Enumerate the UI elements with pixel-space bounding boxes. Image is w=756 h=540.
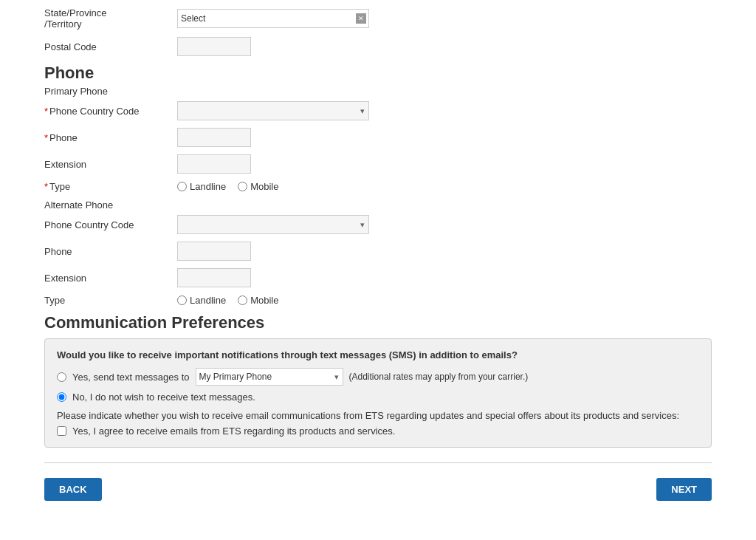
alt-mobile-text: Mobile xyxy=(250,295,278,306)
alt-phone-input[interactable] xyxy=(177,242,251,261)
yes-sms-row: Yes, send text messages to My Primary Ph… xyxy=(57,368,699,386)
no-sms-radio[interactable] xyxy=(57,392,66,402)
state-label: State/Province /Territory xyxy=(44,7,177,30)
state-select[interactable]: Select xyxy=(177,9,369,28)
alt-type-label: Type xyxy=(44,295,177,306)
primary-country-code-select[interactable] xyxy=(177,101,369,120)
no-sms-label: No, I do not wish to receive text messag… xyxy=(72,392,255,403)
footer-buttons: BACK NEXT xyxy=(44,471,712,508)
primary-extension-label: Extension xyxy=(44,159,177,170)
required-star: * xyxy=(44,106,48,117)
primary-phone-field-label: *Phone xyxy=(44,132,177,143)
state-select-wrapper: Select ✕ xyxy=(177,9,369,28)
required-star: * xyxy=(44,181,48,192)
primary-mobile-radio[interactable] xyxy=(238,182,247,191)
alt-phone-country-code-label: Phone Country Code xyxy=(44,219,177,230)
alt-extension-label: Extension xyxy=(44,273,177,284)
alt-mobile-radio[interactable] xyxy=(238,295,247,305)
primary-landline-radio[interactable] xyxy=(177,182,187,191)
back-button[interactable]: BACK xyxy=(44,478,102,501)
primary-country-code-select-wrapper xyxy=(177,101,369,120)
yes-sms-label: Yes, send text messages to xyxy=(72,372,190,383)
primary-type-label: *Type xyxy=(44,181,177,192)
postal-code-input[interactable] xyxy=(177,37,251,56)
primary-phone-country-code-label: *Phone Country Code xyxy=(44,106,177,117)
primary-type-radio-group: Landline Mobile xyxy=(177,181,278,192)
alt-country-code-select[interactable] xyxy=(177,215,369,234)
alt-extension-input[interactable] xyxy=(177,268,251,287)
primary-mobile-radio-label[interactable]: Mobile xyxy=(238,181,278,192)
primary-landline-radio-label[interactable]: Landline xyxy=(177,181,226,192)
email-agree-row: Yes, I agree to receive emails from ETS … xyxy=(57,425,699,437)
primary-phone-label: Primary Phone xyxy=(44,86,712,97)
footer-divider xyxy=(44,462,712,463)
email-question: Please indicate whether you wish to rece… xyxy=(57,410,699,421)
comm-prefs-box: Would you like to receive important noti… xyxy=(44,338,712,448)
primary-phone-input[interactable] xyxy=(177,128,251,147)
email-agree-label[interactable]: Yes, I agree to receive emails from ETS … xyxy=(72,425,395,437)
primary-landline-text: Landline xyxy=(190,181,226,192)
primary-mobile-text: Mobile xyxy=(250,181,278,192)
primary-extension-input[interactable] xyxy=(177,154,251,174)
email-agree-checkbox[interactable] xyxy=(57,426,66,436)
alt-landline-text: Landline xyxy=(190,295,226,306)
postal-code-label: Postal Code xyxy=(44,41,177,52)
next-button[interactable]: NEXT xyxy=(656,478,712,501)
yes-sms-radio[interactable] xyxy=(57,372,66,382)
alt-phone-field-label: Phone xyxy=(44,246,177,257)
sms-note: (Additional rates may apply from your ca… xyxy=(349,372,529,382)
comm-prefs-title: Communication Preferences xyxy=(44,313,712,332)
no-sms-row: No, I do not wish to receive text messag… xyxy=(57,392,699,403)
alt-landline-radio-label[interactable]: Landline xyxy=(177,295,226,306)
alt-type-radio-group: Landline Mobile xyxy=(177,295,278,306)
phone-section-title: Phone xyxy=(44,64,712,83)
sms-phone-select-wrapper: My Primary Phone xyxy=(196,368,343,386)
sms-phone-select[interactable]: My Primary Phone xyxy=(196,368,343,386)
alt-mobile-radio-label[interactable]: Mobile xyxy=(238,295,278,306)
alternate-phone-label: Alternate Phone xyxy=(44,199,712,211)
alt-landline-radio[interactable] xyxy=(177,295,187,305)
alt-country-code-select-wrapper xyxy=(177,215,369,234)
email-section: Please indicate whether you wish to rece… xyxy=(57,410,699,437)
required-star: * xyxy=(44,132,48,143)
comm-question: Would you like to receive important noti… xyxy=(57,349,699,360)
state-clear-button[interactable]: ✕ xyxy=(356,13,366,24)
